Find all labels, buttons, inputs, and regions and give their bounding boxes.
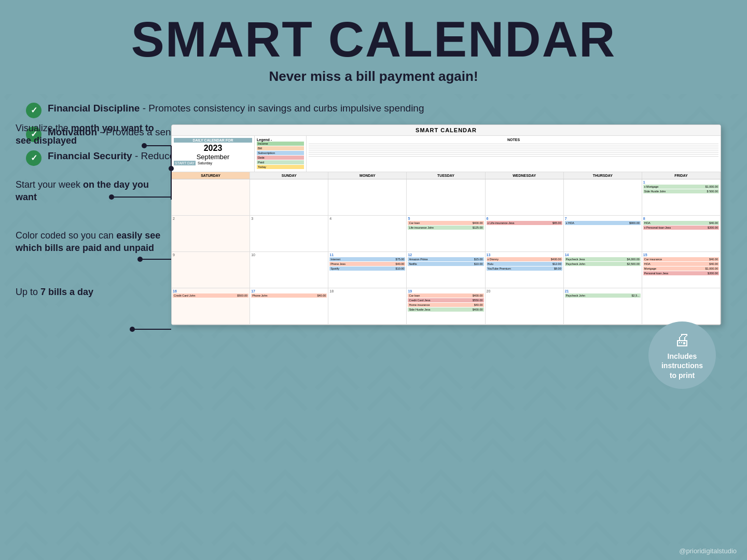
main-subtitle: Never miss a bill payment again!	[0, 68, 747, 85]
cell-2: 2	[172, 216, 250, 252]
annotation-2: Start your week on the day you want	[16, 178, 161, 204]
start-day-value: Saturday	[198, 161, 212, 165]
bullet-1: Financial Discipline - Promotes consiste…	[26, 102, 721, 118]
cell-18: 18	[328, 288, 407, 325]
day-17: 17	[251, 289, 327, 293]
entry-mortgage: x Mortgage$1,000.00	[643, 185, 719, 189]
entry-hoa: x HOA$900.00	[565, 221, 641, 225]
legend-paid: Paid	[257, 160, 304, 164]
start-day-label: START DAY	[174, 161, 196, 165]
header-saturday: SATURDAY	[172, 172, 250, 179]
includes-text: Includes instructions to print	[661, 352, 703, 380]
legend-subscription: Subscription	[257, 151, 304, 155]
entry-hoa3: HOA$40.00	[643, 262, 719, 266]
cell-3: 3	[250, 216, 328, 252]
main-title: SMART CALENDAR	[0, 15, 747, 64]
legend-label: Legend -	[257, 138, 304, 142]
day-3: 3	[251, 217, 327, 220]
svg-point-10	[130, 327, 135, 332]
checkmark-1	[26, 103, 42, 118]
day-20: 20	[487, 289, 562, 293]
entry-home-ins: Home insurance$40.00	[408, 303, 483, 307]
entry-side-hustle: Side Hustle John$ 500.00	[643, 189, 719, 193]
entry-life-ins-jess: x Life-insurance-Jess$65.00	[487, 221, 562, 225]
day-9: 9	[173, 253, 248, 257]
cell-12: 12 Amazon Prime$15.00 Netflix$10.00	[407, 252, 485, 288]
cell-empty-3	[328, 179, 407, 216]
legend-bill: Bill	[257, 146, 304, 150]
day-headers: SATURDAY SUNDAY MONDAY TUESDAY WEDNESDAY…	[172, 172, 721, 179]
includes-badge: 🖨 Includes instructions to print	[648, 321, 716, 389]
cell-20: 20	[486, 288, 564, 325]
header-sunday: SUNDAY	[250, 172, 328, 179]
day-16: 16	[173, 289, 248, 293]
start-day-row: START DAY Saturday	[174, 161, 252, 165]
calendar-grid: 1 x Mortgage$1,000.00 Side Hustle John$ …	[172, 179, 721, 325]
legend-income: Income	[257, 142, 304, 146]
day-18: 18	[329, 289, 405, 293]
annotation-3: Color coded so you can easily see which …	[16, 229, 161, 255]
entry-hulu: Hulu$12.00	[487, 262, 562, 266]
day-7: 7	[565, 217, 641, 220]
calendar-title: SMART CALENDAR	[172, 125, 721, 136]
entry-car-loan: Car loan$400.00	[408, 221, 483, 225]
header-tuesday: TUESDAY	[407, 172, 485, 179]
entry-paycheck-jess: Paycheck Jess$4,000.00	[565, 257, 641, 261]
day-11: 11	[329, 253, 405, 257]
day-12: 12	[408, 253, 483, 257]
bullet-1-desc: - Promotes consistency in savings and cu…	[140, 103, 424, 114]
cell-19: 19 Car loan$400.00 Credit Card Jess$550.…	[407, 288, 485, 325]
cell-13: 13 x Dionny$400.00 Hulu$12.00 YouTube Pr…	[486, 252, 564, 288]
legend-today: Today	[257, 165, 304, 169]
watermark: @prioridigitalstudio	[679, 547, 737, 555]
entry-personal-loan2: Personal loan Jess$200.00	[643, 271, 719, 275]
cell-5: 5 Car loan$400.00 Life insurance John$12…	[407, 216, 485, 252]
cell-empty-2	[250, 179, 328, 216]
header: SMART CALENDAR Never miss a bill payment…	[0, 0, 747, 94]
day-14: 14	[565, 253, 641, 257]
calendar-top: DAILY CALENDAR FOR 2023 September START …	[172, 136, 721, 172]
bullet-1-bold: Financial Discipline	[48, 103, 140, 114]
cell-21: 21 Paycheck John$2,5...	[564, 288, 642, 325]
day-19: 19	[408, 289, 483, 293]
cell-empty-5	[486, 179, 564, 216]
bullet-1-text: Financial Discipline - Promotes consiste…	[48, 102, 424, 116]
annotation-1: Visualize the month you want to see disp…	[16, 122, 161, 147]
day-10: 10	[251, 253, 327, 257]
cell-16: 16 Credit Card John$500.00	[172, 288, 250, 325]
daily-cal-label: DAILY CALENDAR FOR	[174, 138, 252, 143]
entry-youtube: YouTube Premium$8.00	[487, 267, 562, 271]
entry-phone-jess: Phone Jess$40.00	[329, 262, 405, 266]
cell-4: 4	[328, 216, 407, 252]
entry-spotify: Spotify$10.00	[329, 267, 405, 271]
cell-10: 10	[250, 252, 328, 288]
entry-dionny: x Dionny$400.00	[487, 257, 562, 261]
entry-car-ins: Car insurance$40.00	[643, 257, 719, 261]
cell-17: 17 Phone John$40.00	[250, 288, 328, 325]
notes-lines	[309, 144, 718, 157]
entry-car-loan2: Car loan$400.00	[408, 293, 483, 298]
calendar-info: DAILY CALENDAR FOR 2023 September START …	[172, 136, 255, 172]
cell-11: 11 Internet$75.00 Phone Jess$40.00 Spoti…	[328, 252, 407, 288]
notes-label: NOTES	[309, 138, 718, 142]
entry-cc-john: Credit Card John$500.00	[173, 293, 248, 298]
header-thursday: THURSDAY	[564, 172, 642, 179]
calendar-mock: SMART CALENDAR DAILY CALENDAR FOR 2023 S…	[171, 124, 721, 325]
annotations-panel: Visualize the month you want to see disp…	[16, 122, 161, 318]
cell-6: 6 x Life-insurance-Jess$65.00	[486, 216, 564, 252]
entry-side-hustle2: Side Hustle Jess$400.00	[408, 307, 483, 312]
day-8: 8	[643, 217, 719, 220]
entry-paycheck-john: Paycheck John$2,500.00	[565, 262, 641, 266]
cell-9: 9	[172, 252, 250, 288]
cell-empty-last	[642, 288, 721, 325]
printer-icon: 🖨	[674, 330, 690, 349]
header-wednesday: WEDNESDAY	[486, 172, 564, 179]
entry-cc-jess: Credit Card Jess$550.00	[408, 298, 483, 302]
entry-personal-loan: x Personal-loan-Jess$200.00	[643, 226, 719, 230]
header-monday: MONDAY	[328, 172, 407, 179]
entry-internet: Internet$75.00	[329, 257, 405, 261]
day-15: 15	[643, 253, 719, 257]
cell-empty-1	[172, 179, 250, 216]
entry-phone-john: Phone John$40.00	[251, 293, 327, 298]
entry-netflix: Netflix$10.00	[408, 262, 483, 266]
